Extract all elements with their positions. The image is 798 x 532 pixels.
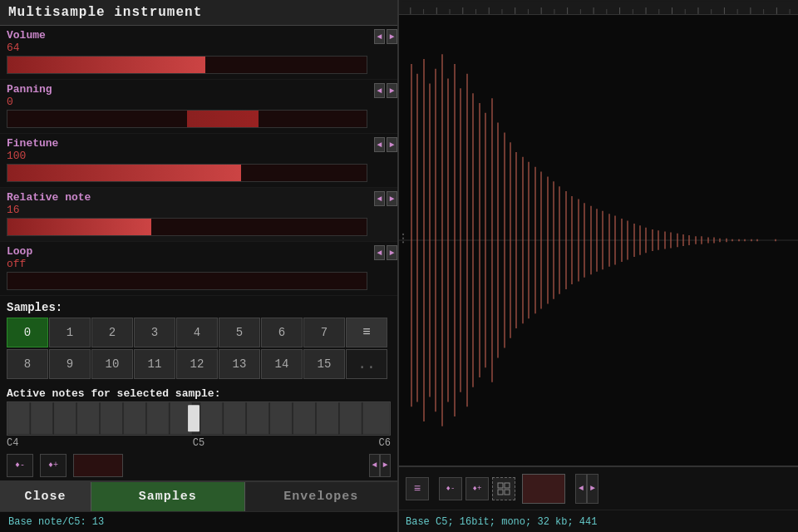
svg-rect-14 xyxy=(293,402,316,435)
panning-label: Panning xyxy=(7,83,52,96)
relative-note-control: Relative note 16 ◄ ► xyxy=(0,188,397,242)
panning-arrows: ◄ ► xyxy=(374,83,397,98)
sample-10[interactable]: 10 xyxy=(91,349,133,379)
relative-note-decrease[interactable]: ◄ xyxy=(374,191,385,206)
svg-rect-175 xyxy=(498,483,503,488)
finetune-arrows: ◄ ► xyxy=(374,137,397,152)
panning-slider[interactable] xyxy=(7,110,367,128)
finetune-increase[interactable]: ► xyxy=(387,137,397,152)
ticker-bar xyxy=(399,0,798,15)
volume-value: 64 xyxy=(7,42,46,54)
finetune-decrease[interactable]: ◄ xyxy=(374,137,385,152)
bottom-tools: ♦- ♦+ ◄ ► xyxy=(0,451,397,480)
samples-menu-button[interactable]: ≡ xyxy=(346,318,387,347)
sample-14[interactable]: 14 xyxy=(261,349,303,379)
samples-section-label: Samples: xyxy=(7,301,391,314)
finetune-value: 100 xyxy=(7,150,58,162)
volume-label: Volume xyxy=(7,29,46,42)
samples-tab[interactable]: Samples xyxy=(91,482,245,511)
svg-rect-5 xyxy=(101,402,123,435)
key-minus-button[interactable]: ♦- xyxy=(7,454,33,477)
samples-row2: 8 9 10 11 12 13 14 15 .. xyxy=(7,349,391,379)
sample-7[interactable]: 7 xyxy=(303,318,345,347)
bottom-arrows: ◄ ► xyxy=(369,454,391,477)
left-status-bar: Base note/C5: 13 xyxy=(0,511,397,532)
sample-9[interactable]: 9 xyxy=(49,349,91,379)
waveform-key-minus[interactable]: ♦- xyxy=(439,477,462,500)
close-tab[interactable]: Close xyxy=(0,482,91,511)
svg-rect-7 xyxy=(146,402,169,435)
waveform-sample-swatch xyxy=(522,474,565,504)
svg-point-174 xyxy=(402,234,404,235)
waveform-menu-button[interactable]: ≡ xyxy=(406,477,429,500)
samples-row1: 0 1 2 3 4 5 6 7 ≡ xyxy=(7,318,391,347)
svg-point-172 xyxy=(402,237,404,239)
left-status-text: Base note/C5: 13 xyxy=(8,516,104,528)
volume-decrease[interactable]: ◄ xyxy=(374,29,385,44)
bottom-arrow-left[interactable]: ◄ xyxy=(369,454,380,477)
svg-point-173 xyxy=(402,241,404,243)
loop-decrease[interactable]: ◄ xyxy=(374,245,385,260)
sample-12[interactable]: 12 xyxy=(176,349,218,379)
sample-8[interactable]: 8 xyxy=(7,349,48,379)
svg-rect-177 xyxy=(498,490,503,495)
sample-0[interactable]: 0 xyxy=(7,318,48,347)
svg-rect-15 xyxy=(316,402,338,435)
samples-more-button[interactable]: .. xyxy=(346,349,387,379)
waveform-arrow-right[interactable]: ► xyxy=(587,474,598,504)
panning-value: 0 xyxy=(7,96,52,108)
relative-note-label: Relative note xyxy=(7,191,91,204)
envelopes-tab[interactable]: Envelopes xyxy=(245,482,398,511)
finetune-slider[interactable] xyxy=(7,164,367,182)
svg-rect-17 xyxy=(362,402,390,435)
waveform-key-plus[interactable]: ♦+ xyxy=(466,477,489,500)
sample-2[interactable]: 2 xyxy=(91,318,133,347)
svg-rect-4 xyxy=(77,402,100,435)
loop-slider[interactable] xyxy=(7,272,367,290)
left-panel: Multisample instrument Volume 64 ◄ ► xyxy=(0,0,399,532)
volume-slider[interactable] xyxy=(7,56,367,74)
loop-control: Loop off ◄ ► xyxy=(0,242,397,296)
svg-rect-10 xyxy=(200,402,223,435)
panning-increase[interactable]: ► xyxy=(387,83,397,98)
note-c4: C4 xyxy=(7,437,18,449)
bottom-arrow-right[interactable]: ► xyxy=(380,454,391,477)
right-panel: ≡ ♦- ♦+ ◄ ► Base C5; 16bit; mono; 32 kb;… xyxy=(399,0,798,532)
sample-preview xyxy=(73,454,123,477)
waveform-status: Base C5; 16bit; mono; 32 kb; 441 xyxy=(406,516,597,528)
waveform-arrow-left[interactable]: ◄ xyxy=(575,474,587,504)
loop-increase[interactable]: ► xyxy=(387,245,397,260)
relative-note-value: 16 xyxy=(7,204,91,216)
sample-11[interactable]: 11 xyxy=(134,349,175,379)
svg-rect-18 xyxy=(402,1,795,14)
relative-note-arrows: ◄ ► xyxy=(374,191,397,206)
waveform-grid-button[interactable] xyxy=(492,477,515,500)
key-plus-button[interactable]: ♦+ xyxy=(40,454,66,477)
loop-value: off xyxy=(7,258,32,270)
finetune-control: Finetune 100 ◄ ► xyxy=(0,134,397,188)
volume-increase[interactable]: ► xyxy=(387,29,397,44)
svg-rect-176 xyxy=(505,483,510,488)
sample-3[interactable]: 3 xyxy=(134,318,175,347)
notes-keyboard[interactable] xyxy=(7,401,391,436)
waveform-bottom-bar: ≡ ♦- ♦+ ◄ ► xyxy=(399,466,798,510)
relative-note-slider[interactable] xyxy=(7,218,367,236)
sample-6[interactable]: 6 xyxy=(261,318,303,347)
sample-13[interactable]: 13 xyxy=(219,349,260,379)
volume-arrows: ◄ ► xyxy=(374,29,397,44)
waveform-display[interactable] xyxy=(399,15,798,466)
note-c5: C5 xyxy=(193,437,204,449)
svg-rect-12 xyxy=(247,402,269,435)
relative-note-increase[interactable]: ► xyxy=(387,191,397,206)
sample-1[interactable]: 1 xyxy=(49,318,91,347)
sample-4[interactable]: 4 xyxy=(176,318,218,347)
svg-rect-9 xyxy=(188,405,200,431)
svg-rect-3 xyxy=(54,402,76,435)
sample-15[interactable]: 15 xyxy=(303,349,345,379)
svg-rect-6 xyxy=(123,402,145,435)
sample-5[interactable]: 5 xyxy=(219,318,260,347)
svg-rect-2 xyxy=(31,402,53,435)
panning-decrease[interactable]: ◄ xyxy=(374,83,385,98)
svg-rect-1 xyxy=(7,402,30,435)
samples-section: Samples: 0 1 2 3 4 5 6 7 ≡ 8 9 10 11 12 … xyxy=(0,296,397,384)
